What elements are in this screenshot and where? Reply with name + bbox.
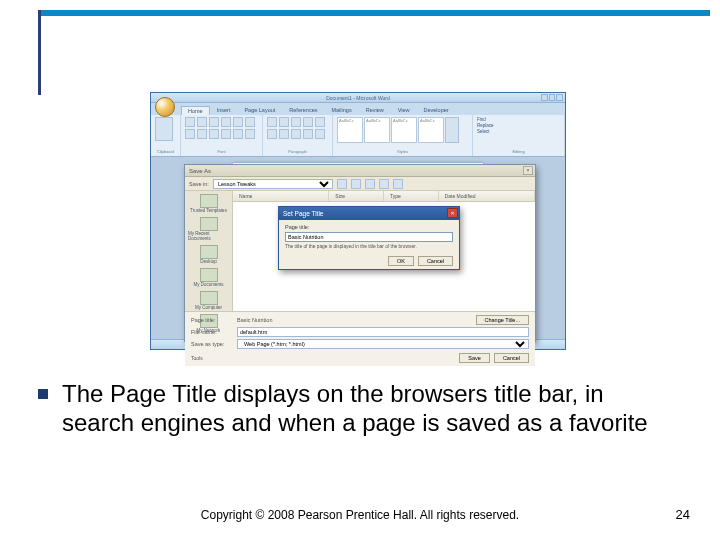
bullet-row: The Page Title displays on the browsers …: [38, 380, 680, 438]
up-icon[interactable]: [351, 179, 361, 189]
group-font: Font: [181, 115, 263, 156]
style-box[interactable]: AaBbCc: [391, 117, 417, 143]
filename-input[interactable]: [237, 327, 529, 337]
pagetitle-value: Basic Nutrition: [237, 317, 472, 323]
tab-mailings[interactable]: Mailings: [324, 105, 358, 115]
save-as-titlebar: Save As ×: [185, 165, 535, 177]
slide-left-rule: [38, 10, 41, 95]
tab-pagelayout[interactable]: Page Layout: [237, 105, 282, 115]
spt-field-input[interactable]: [285, 232, 453, 242]
save-as-toolbar: Save in: Lesson Tweaks: [185, 177, 535, 191]
ok-button[interactable]: OK: [388, 256, 414, 266]
office-button[interactable]: [155, 97, 175, 117]
cancel-button[interactable]: Cancel: [418, 256, 453, 266]
tab-view[interactable]: View: [391, 105, 417, 115]
savein-select[interactable]: Lesson Tweaks: [213, 179, 333, 189]
tab-insert[interactable]: Insert: [210, 105, 238, 115]
bullet-text: The Page Title displays on the browsers …: [62, 380, 680, 438]
slide-top-rule: [38, 10, 710, 16]
ribbon-tabs[interactable]: Home Insert Page Layout References Maili…: [151, 103, 565, 115]
places-bar: Trusted Templates My Recent Documents De…: [185, 191, 233, 311]
folder-icon: [200, 245, 218, 259]
spt-titlebar: Set Page Title ×: [279, 207, 459, 220]
group-clipboard: Clipboard: [151, 115, 181, 156]
change-title-button[interactable]: Change Title...: [476, 315, 529, 325]
style-box[interactable]: AaBbCc: [418, 117, 444, 143]
ribbon: Clipboard Font Paragraph AaBbCc A: [151, 115, 565, 157]
save-as-bottom: Page title: Basic Nutrition Change Title…: [185, 311, 535, 366]
font-icon[interactable]: [185, 117, 195, 127]
group-editing: Find Replace Select Editing: [473, 115, 565, 156]
style-box[interactable]: AaBbCc: [337, 117, 363, 143]
delete-icon[interactable]: [365, 179, 375, 189]
folder-icon: [200, 194, 218, 208]
place-desktop[interactable]: Desktop: [187, 244, 230, 265]
spt-field-label: Page title:: [285, 224, 453, 230]
close-icon[interactable]: ×: [523, 166, 533, 175]
tools-menu[interactable]: Tools: [191, 353, 203, 363]
folder-icon: [200, 291, 218, 305]
place-computer[interactable]: My Computer: [187, 290, 230, 311]
savein-label: Save in:: [189, 181, 209, 187]
place-recent[interactable]: My Recent Documents: [187, 216, 230, 242]
group-styles: AaBbCc AaBbCc AaBbCc AaBbCc Styles: [333, 115, 473, 156]
views-icon[interactable]: [393, 179, 403, 189]
word-titlebar: Document1 - Microsoft Word: [151, 93, 565, 103]
style-box[interactable]: AaBbCc: [364, 117, 390, 143]
back-icon[interactable]: [337, 179, 347, 189]
close-icon[interactable]: ×: [447, 208, 458, 218]
place-trusted[interactable]: Trusted Templates: [187, 193, 230, 214]
cancel-button[interactable]: Cancel: [494, 353, 529, 363]
spt-hint: The title of the page is displayed in th…: [285, 244, 453, 250]
paste-icon[interactable]: [155, 117, 173, 141]
pagetitle-label: Page title:: [191, 317, 233, 323]
folder-icon: [200, 217, 218, 231]
place-mydocs[interactable]: My Documents: [187, 267, 230, 288]
filename-label: File name:: [191, 329, 233, 335]
group-paragraph: Paragraph: [263, 115, 333, 156]
copyright-text: Copyright © 2008 Pearson Prentice Hall. …: [0, 508, 720, 522]
tab-review[interactable]: Review: [359, 105, 391, 115]
savetype-label: Save as type:: [191, 341, 233, 347]
folder-icon: [200, 268, 218, 282]
page-number: 24: [676, 507, 690, 522]
tab-references[interactable]: References: [282, 105, 324, 115]
embedded-screenshot: Document1 - Microsoft Word Home Insert P…: [150, 92, 566, 350]
newfolder-icon[interactable]: [379, 179, 389, 189]
word-title-text: Document1 - Microsoft Word: [326, 95, 390, 101]
savetype-select[interactable]: Web Page (*.htm; *.html): [237, 339, 529, 349]
window-controls[interactable]: [541, 94, 563, 101]
tab-developer[interactable]: Developer: [417, 105, 456, 115]
file-list-header: Name Size Type Date Modified: [233, 191, 535, 202]
square-bullet-icon: [38, 389, 48, 399]
set-page-title-dialog: Set Page Title × Page title: The title o…: [278, 206, 460, 270]
save-button[interactable]: Save: [459, 353, 490, 363]
tab-home[interactable]: Home: [181, 106, 210, 115]
styles-expand-icon[interactable]: [445, 117, 459, 143]
